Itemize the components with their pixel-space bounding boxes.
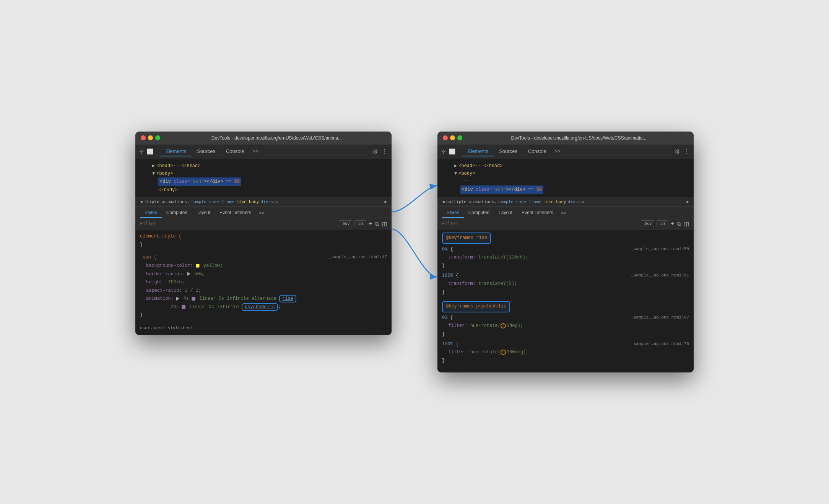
right-breadcrumb-forward[interactable]: ▶	[686, 199, 689, 204]
psychedelic-link[interactable]: psychedelic	[245, 304, 275, 310]
css-prop-bg: background-color: yellow;	[140, 262, 387, 270]
sub-tab-more-left[interactable]: >>	[256, 208, 267, 218]
settings-icon[interactable]: ⚙	[372, 148, 378, 155]
anim-swatch-1[interactable]	[192, 297, 195, 301]
right-dom-line-div[interactable]: <div class="sun"></div> == $0	[442, 185, 689, 194]
psych-100pct-close: }	[442, 357, 689, 365]
device-icon[interactable]: ⬜	[147, 148, 153, 154]
right-filter-input[interactable]	[442, 221, 638, 226]
css-selector-element: element.style {	[140, 234, 181, 239]
right-settings-icon[interactable]: ⚙	[675, 148, 680, 155]
left-hov-badge[interactable]: :hov	[339, 220, 352, 227]
rise-100pct-close: }	[442, 288, 689, 297]
psych-filter-1: filter: hue-rotate(!0deg);	[442, 322, 689, 330]
sub-tab-styles-right[interactable]: Styles	[442, 208, 464, 218]
breadcrumb-divsun[interactable]: div.sun	[260, 199, 278, 204]
sub-tab-computed-left[interactable]: Computed	[162, 208, 192, 218]
keyframes-rise-label: @keyframes rise	[446, 235, 487, 241]
right-breadcrumb-divsun[interactable]: div.sun	[568, 199, 585, 204]
left-toolbar-icons: ⊹ ⬜	[139, 148, 153, 154]
css-user-style-label: user-agent stylesheet	[140, 324, 387, 332]
breadcrumb-back-icon[interactable]: ◀	[140, 199, 143, 204]
right-copy-icon[interactable]: ⧉	[677, 221, 681, 227]
right-minimize-button[interactable]	[450, 135, 455, 140]
sub-tab-layout-right[interactable]: Layout	[494, 208, 517, 218]
css-brace-close-element: }	[140, 242, 143, 247]
breadcrumb-forward-icon[interactable]: ▶	[384, 199, 387, 204]
right-breadcrumb-back[interactable]: ◀	[442, 199, 445, 204]
left-breadcrumb: ◀ ltiple_animations.sample-code-frame ht…	[135, 197, 392, 206]
rise-100pct-block: 100% { _sample_.ap…ons.html:61	[442, 272, 689, 280]
css-prop-height: height: 100vh;	[140, 278, 387, 287]
right-device-icon[interactable]: ⬜	[449, 148, 455, 154]
dom-line-body-close: </body>	[140, 186, 387, 194]
anim-swatch-2[interactable]	[182, 305, 185, 309]
tab-elements-left[interactable]: Elements	[160, 147, 192, 156]
sub-tab-layout-left[interactable]: Layout	[192, 208, 215, 218]
left-maximize-button[interactable]	[155, 135, 160, 140]
left-close-button[interactable]	[141, 135, 146, 140]
psychedelic-annotation: psychedelic	[242, 303, 278, 311]
rise-link[interactable]: rise	[282, 296, 293, 301]
css-keyframes-rise: @keyframes rise 0% { _sample_.ap…ons.htm…	[442, 232, 689, 296]
tab-more-left[interactable]: >>	[250, 147, 262, 156]
right-breadcrumb-frame[interactable]: sample-code-frame	[498, 199, 541, 204]
right-title-bar: DevTools - developer.mozilla.org/en-US/d…	[437, 132, 694, 145]
tab-elements-right[interactable]: Elements	[462, 147, 494, 156]
toggle-sidebar-icon[interactable]: ◫	[382, 221, 387, 227]
left-filter-input[interactable]	[140, 221, 336, 226]
left-tab-list: Elements Sources Console >>	[160, 147, 371, 156]
tab-console-left[interactable]: Console	[221, 147, 250, 156]
sub-tab-computed-right[interactable]: Computed	[464, 208, 494, 218]
right-maximize-button[interactable]	[457, 135, 462, 140]
right-toggle-icon[interactable]: ◫	[684, 221, 689, 227]
css-prop-animation-2: 24s linear 0s infinite psychedelic;	[140, 303, 387, 312]
left-toolbar: ⊹ ⬜ Elements Sources Console >> ⚙ ⋮	[135, 145, 392, 159]
right-breadcrumb-body[interactable]: body	[556, 199, 566, 204]
breadcrumb-body[interactable]: body	[249, 199, 259, 204]
rise-transform-1: transform: translateY(110vh);	[442, 254, 689, 262]
right-toolbar-right: ⚙ ⋮	[675, 148, 690, 155]
sub-tab-events-left[interactable]: Event Listeners	[215, 208, 256, 218]
right-more-icon[interactable]: ⋮	[684, 148, 690, 155]
tab-console-right[interactable]: Console	[523, 147, 552, 156]
dom-line-div-selected[interactable]: <div class="sun"></div> == $0	[140, 177, 387, 186]
color-swatch-yellow[interactable]	[196, 264, 200, 268]
right-hov-badge[interactable]: :hov	[641, 220, 654, 227]
left-filter-icons: ⧉ ◫	[375, 221, 387, 227]
dom-line-head: ▶ <head> ··· </head>	[140, 162, 387, 170]
breadcrumb-frame[interactable]: sample-code-frame	[191, 199, 234, 204]
css-rule-element-style: element.style { }	[140, 232, 387, 249]
tab-sources-left[interactable]: Sources	[192, 147, 221, 156]
breadcrumb-filename: ltiple_animations.	[144, 199, 190, 204]
css-prop-animation-1: animation: 4s linear 0s infinite alterna…	[140, 295, 387, 303]
more-icon[interactable]: ⋮	[382, 148, 388, 155]
right-breadcrumb-html[interactable]: html	[545, 199, 555, 204]
left-minimize-button[interactable]	[148, 135, 153, 140]
anim-triangle-icon	[176, 297, 179, 301]
right-dom-panel: ▶ <head> ··· </head> ▼ <body> ··· <div c…	[437, 159, 694, 198]
right-add-icon[interactable]: +	[671, 220, 674, 227]
copy-style-icon[interactable]: ⧉	[375, 221, 379, 227]
rise-annotation: rise	[279, 295, 296, 302]
keyframes-psychedelic-header: @keyframes psychedelic	[442, 301, 510, 312]
rise-0pct-block: 0% { _sample_.ap…ons.html:58	[442, 245, 689, 254]
tab-more-right[interactable]: >>	[552, 147, 564, 156]
left-css-panel: element.style { } .sun { _sample_.ap…ons…	[135, 229, 392, 335]
keyframes-psychedelic-label: @keyframes psychedelic	[446, 304, 506, 309]
right-close-button[interactable]	[443, 135, 448, 140]
left-devtools-window: DevTools - developer.mozilla.org/en-US/d…	[135, 132, 392, 335]
inspect-icon[interactable]: ⊹	[139, 148, 144, 154]
breadcrumb-html[interactable]: html	[237, 199, 247, 204]
right-dom-line-head: ▶ <head> ··· </head>	[442, 162, 689, 170]
sub-tab-styles-left[interactable]: Styles	[140, 208, 162, 218]
sub-tab-more-right[interactable]: >>	[558, 208, 569, 218]
sub-tab-events-right[interactable]: Event Listeners	[517, 208, 558, 218]
left-cls-badge[interactable]: .cls	[354, 220, 366, 227]
right-cls-badge[interactable]: .cls	[657, 220, 668, 227]
right-window-title: DevTools - developer.mozilla.org/en-US/d…	[469, 135, 688, 141]
tab-sources-right[interactable]: Sources	[494, 147, 523, 156]
left-filter-bar: :hov .cls + ⧉ ◫	[135, 218, 392, 229]
right-inspect-icon[interactable]: ⊹	[441, 148, 446, 154]
left-add-icon[interactable]: +	[369, 220, 372, 227]
